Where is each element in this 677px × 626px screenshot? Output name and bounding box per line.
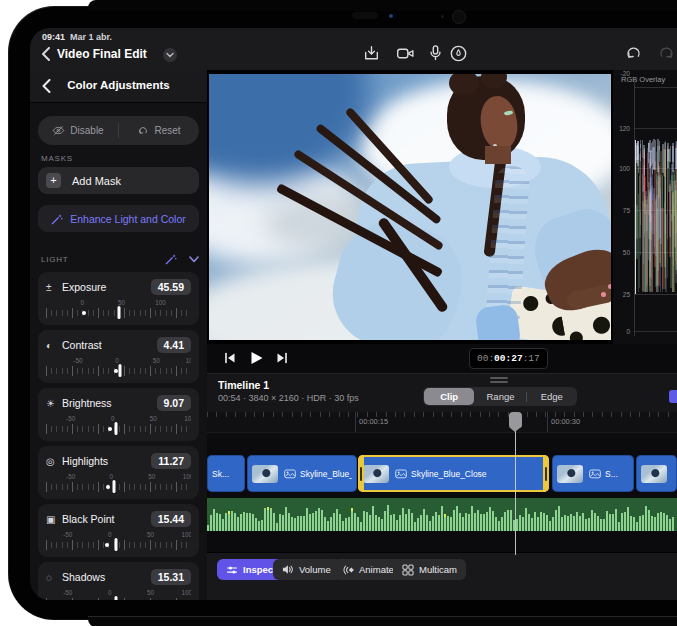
import-media-button[interactable] bbox=[362, 44, 381, 63]
volume-button[interactable]: Volume bbox=[273, 559, 340, 580]
timeline-drag-handle[interactable] bbox=[490, 377, 508, 385]
color-adjustments-panel: Color Adjustments Disable Reset MASKS + … bbox=[30, 70, 208, 600]
brightness-icon: ☀ bbox=[46, 398, 59, 409]
multicam-button[interactable]: Multicam bbox=[393, 559, 466, 580]
audio-waveform-bar bbox=[489, 507, 491, 531]
device-bottom-edge bbox=[88, 616, 677, 626]
adjustment-value[interactable]: 15.31 bbox=[151, 569, 191, 585]
audio-waveform-bar bbox=[411, 513, 413, 531]
contrast-slider[interactable]: -50050100 bbox=[46, 357, 191, 380]
photo-icon bbox=[395, 469, 407, 479]
shadows-slider[interactable]: -50050100 bbox=[46, 589, 191, 600]
auto-enhance-icon[interactable] bbox=[165, 253, 177, 265]
audio-waveform-bar bbox=[480, 514, 482, 531]
audio-waveform-bar bbox=[345, 518, 347, 531]
clip-track: Sk... Skyline_Blue_Wide Skyline_Blue_Clo… bbox=[207, 455, 677, 492]
audio-waveform-bar bbox=[213, 509, 215, 531]
add-mask-button[interactable]: + Add Mask bbox=[38, 167, 199, 194]
audio-waveform-bar bbox=[273, 513, 275, 531]
enhance-light-color-button[interactable]: Enhance Light and Color bbox=[38, 205, 199, 232]
title-menu-button[interactable] bbox=[163, 48, 177, 62]
skip-forward-button[interactable] bbox=[273, 349, 291, 367]
audio-waveform-bar bbox=[621, 513, 623, 531]
audio-waveform-bar bbox=[246, 513, 248, 531]
keyframe-button-cutoff[interactable] bbox=[669, 390, 677, 403]
enhance-label: Enhance Light and Color bbox=[70, 213, 186, 225]
ruler-timestamp: 00:00:30 bbox=[551, 417, 580, 426]
mode-segment-1[interactable]: Range bbox=[475, 387, 525, 406]
redo-button-disabled[interactable] bbox=[657, 44, 676, 63]
audio-waveform-bar bbox=[297, 516, 299, 531]
audio-waveform-bar bbox=[231, 511, 233, 531]
adjustment-value[interactable]: 9.07 bbox=[157, 395, 191, 411]
adjustment-value[interactable]: 4.41 bbox=[157, 337, 191, 353]
audio-waveform-bar bbox=[597, 516, 599, 531]
slider-tick-label: 0 bbox=[108, 531, 112, 538]
audio-waveform-bar bbox=[519, 515, 521, 531]
slider-tick-label: 50 bbox=[147, 531, 154, 538]
audio-waveform-bar bbox=[408, 509, 410, 531]
audio-waveform-bar bbox=[438, 515, 440, 531]
slider-default-dot bbox=[106, 485, 110, 489]
import-icon bbox=[362, 44, 381, 63]
audio-waveform-bar bbox=[594, 513, 596, 531]
mode-segment-2[interactable]: Edge bbox=[527, 387, 577, 406]
audio-waveform-bar bbox=[426, 515, 428, 531]
video-preview[interactable] bbox=[207, 70, 612, 344]
timeline-clip[interactable]: S... bbox=[552, 455, 634, 492]
record-video-button[interactable] bbox=[396, 44, 415, 63]
audio-waveform-bar bbox=[219, 514, 221, 531]
trim-handle-left[interactable] bbox=[358, 455, 364, 492]
audio-waveform-bar bbox=[588, 518, 590, 531]
slider-tick-label: -50 bbox=[63, 589, 72, 596]
skip-back-button[interactable] bbox=[221, 349, 239, 367]
audio-waveform-bar bbox=[549, 521, 551, 531]
photo-icon bbox=[284, 469, 296, 479]
adjustment-value[interactable]: 45.59 bbox=[151, 279, 191, 295]
black-point-slider[interactable]: -50050100 bbox=[46, 531, 191, 554]
playhead-handle[interactable] bbox=[509, 412, 522, 428]
slider-tick-label: 100 bbox=[181, 589, 191, 596]
adjustment-value[interactable]: 11.27 bbox=[151, 453, 191, 469]
audio-waveform-bar bbox=[414, 522, 416, 531]
reset-button[interactable]: Reset bbox=[119, 116, 199, 145]
exposure-slider[interactable]: 050100 bbox=[46, 299, 191, 322]
slider-thumb[interactable] bbox=[114, 596, 117, 600]
timeline-clip[interactable]: Skyline_Blue_Close bbox=[358, 455, 549, 492]
timeline-clip[interactable]: Skyline_Blue_Wide bbox=[247, 455, 357, 492]
timeline-ruler[interactable]: 00:00:15 00:00:30 bbox=[207, 412, 677, 433]
collapse-chevron-icon[interactable] bbox=[189, 256, 199, 263]
slider-thumb[interactable] bbox=[113, 480, 116, 493]
audio-waveform-bar bbox=[348, 517, 350, 531]
highlights-slider[interactable]: -50050100 bbox=[46, 473, 191, 496]
bottom-toolbar: Inspect Volume Animate Multicam bbox=[207, 552, 677, 600]
audio-waveform-bar bbox=[435, 512, 437, 531]
mode-segment-0[interactable]: Clip bbox=[424, 388, 474, 405]
slider-thumb[interactable] bbox=[114, 422, 117, 435]
audio-waveform-bar bbox=[207, 525, 209, 531]
slider-tick-label: 0 bbox=[115, 357, 119, 364]
slider-thumb[interactable] bbox=[117, 306, 120, 319]
adjustment-value[interactable]: 15.44 bbox=[151, 511, 191, 527]
audio-waveform-bar bbox=[471, 506, 473, 531]
sensor-dot bbox=[441, 15, 444, 18]
back-button[interactable] bbox=[41, 47, 51, 61]
timecode-display[interactable]: 00:00:27:17 bbox=[469, 348, 548, 369]
disable-label: Disable bbox=[70, 125, 103, 136]
apple-pencil-button[interactable] bbox=[449, 44, 468, 63]
timeline-clip[interactable]: Sk... bbox=[207, 455, 245, 492]
slider-thumb[interactable] bbox=[118, 364, 121, 377]
audio-waveform-bar bbox=[585, 519, 587, 531]
slider-thumb[interactable] bbox=[114, 538, 117, 551]
timeline-name: Timeline 1 bbox=[218, 379, 269, 391]
undo-button[interactable] bbox=[624, 44, 643, 63]
timeline-clip[interactable] bbox=[636, 455, 677, 492]
disable-button[interactable]: Disable bbox=[38, 116, 118, 145]
nail bbox=[608, 284, 611, 289]
audio-waveform-track[interactable] bbox=[207, 498, 677, 531]
play-button[interactable] bbox=[247, 349, 265, 367]
brightness-slider[interactable]: -50050100 bbox=[46, 415, 191, 438]
record-voiceover-button[interactable] bbox=[426, 44, 445, 63]
playhead-handle-tip bbox=[509, 427, 521, 432]
trim-handle-right[interactable] bbox=[543, 455, 549, 492]
